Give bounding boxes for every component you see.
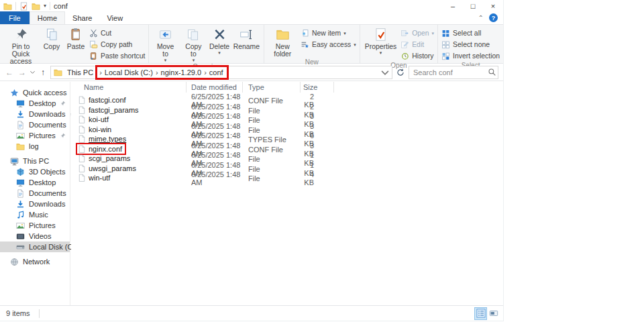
file-name[interactable]: mime.types bbox=[89, 135, 126, 143]
this-pc-icon bbox=[10, 157, 19, 166]
sidebar-item-documents[interactable]: Documents bbox=[0, 119, 70, 130]
file-icon bbox=[78, 96, 85, 104]
search-icon[interactable] bbox=[488, 68, 496, 76]
address-bar: ← → ↑ This PC›Local Disk (C:)›nginx-1.29… bbox=[0, 64, 503, 81]
sidebar-item-pictures[interactable]: Pictures bbox=[0, 220, 70, 231]
search-box bbox=[409, 66, 498, 79]
tab-file[interactable]: File bbox=[0, 11, 30, 24]
invert-selection-icon bbox=[441, 52, 450, 60]
open-button[interactable]: Open▾ bbox=[399, 28, 435, 38]
sidebar-item-downloads[interactable]: Downloads bbox=[0, 109, 70, 119]
breadcrumb-segment[interactable]: This PC bbox=[65, 68, 95, 76]
paste-button[interactable]: Paste bbox=[64, 25, 88, 50]
history-button[interactable]: History bbox=[399, 51, 435, 61]
copy-to-button[interactable]: Copy to▾ bbox=[180, 25, 207, 62]
qat-properties-icon[interactable] bbox=[19, 2, 28, 11]
cut-icon bbox=[89, 29, 98, 38]
paste-icon bbox=[69, 28, 83, 42]
file-name[interactable]: fastcgi_params bbox=[89, 106, 139, 114]
copy-button[interactable]: Copy bbox=[40, 25, 64, 50]
select-all-button[interactable]: Select all bbox=[440, 28, 501, 38]
up-button[interactable]: ↑ bbox=[38, 68, 48, 77]
sidebar-item-desktop[interactable]: Desktop bbox=[0, 98, 70, 109]
column-headers: Name Date modified Type Size bbox=[71, 82, 503, 93]
tab-share[interactable]: Share bbox=[65, 11, 99, 24]
sidebar-item-documents[interactable]: Documents bbox=[0, 188, 70, 199]
copy-path-button[interactable]: Copy path bbox=[88, 40, 146, 50]
back-button[interactable]: ← bbox=[4, 68, 15, 77]
sidebar-item-downloads[interactable]: Downloads bbox=[0, 199, 70, 209]
breadcrumb-segment[interactable]: conf bbox=[207, 68, 225, 76]
minimize-button[interactable]: – bbox=[443, 0, 463, 12]
file-icon bbox=[78, 106, 85, 114]
select-none-icon bbox=[441, 40, 450, 49]
sidebar-item-pictures[interactable]: Pictures bbox=[0, 130, 70, 141]
file-name[interactable]: koi-win bbox=[89, 125, 111, 133]
file-name[interactable]: koi-utf bbox=[89, 115, 109, 123]
copy-icon bbox=[45, 28, 59, 42]
collapse-ribbon-icon[interactable]: ⌃ bbox=[478, 14, 484, 21]
file-name-cell: mime.types bbox=[78, 135, 128, 143]
sidebar-item-music[interactable]: Music bbox=[0, 209, 70, 220]
help-icon[interactable]: ? bbox=[489, 13, 498, 22]
paste-shortcut-button[interactable]: Paste shortcut bbox=[88, 51, 146, 61]
address-box[interactable]: This PC›Local Disk (C:)›nginx-1.29.0›con… bbox=[50, 66, 392, 79]
delete-button[interactable]: Delete▾ bbox=[207, 25, 231, 55]
new-item-button[interactable]: New item▾ bbox=[299, 28, 358, 38]
qat-new-folder-icon[interactable] bbox=[32, 2, 40, 11]
file-name[interactable]: win-utf bbox=[89, 174, 110, 182]
maximize-button[interactable]: □ bbox=[463, 0, 483, 12]
pictures-icon bbox=[16, 131, 25, 140]
column-header-type[interactable]: Type bbox=[243, 82, 301, 93]
column-header-date-modified[interactable]: Date modified bbox=[186, 82, 243, 93]
sidebar-item-this-pc[interactable]: This PC bbox=[0, 156, 70, 166]
details-view-button[interactable] bbox=[475, 308, 486, 319]
sidebar-item-desktop[interactable]: Desktop bbox=[0, 177, 70, 188]
pictures-icon bbox=[16, 221, 25, 230]
file-type: CONF File bbox=[243, 146, 301, 154]
edit-button[interactable]: Edit bbox=[399, 40, 435, 50]
properties-button[interactable]: Properties▾ bbox=[362, 25, 399, 55]
refresh-button[interactable] bbox=[394, 66, 407, 78]
cut-button[interactable]: Cut bbox=[88, 28, 146, 38]
recent-locations-icon[interactable] bbox=[30, 69, 36, 75]
pinned-icon bbox=[60, 133, 66, 139]
move-to-button[interactable]: Move to▾ bbox=[151, 25, 179, 62]
file-type: File bbox=[243, 107, 301, 115]
qat-customize-arrow-icon[interactable]: ▾ bbox=[44, 3, 46, 9]
new-folder-button[interactable]: New folder bbox=[266, 25, 299, 58]
sidebar-item-videos[interactable]: Videos bbox=[0, 231, 70, 241]
thumbnails-view-button[interactable] bbox=[488, 308, 499, 319]
file-name-cell: koi-win bbox=[78, 125, 113, 133]
file-name[interactable]: nginx.conf bbox=[89, 145, 122, 153]
quick-access-star-icon bbox=[10, 89, 19, 97]
breadcrumb-segment[interactable]: Local Disk (C:) bbox=[103, 68, 155, 76]
tab-view[interactable]: View bbox=[99, 11, 130, 24]
documents-icon bbox=[16, 189, 25, 198]
column-header-name[interactable]: Name bbox=[71, 82, 186, 93]
sidebar-item-quick-access[interactable]: Quick access bbox=[0, 87, 70, 98]
file-name[interactable]: fastcgi.conf bbox=[89, 96, 126, 104]
file-row[interactable]: fastcgi.conf6/25/2025 1:48 AMCONF File2 … bbox=[71, 93, 503, 103]
address-dropdown-icon[interactable] bbox=[380, 68, 390, 76]
column-header-size[interactable]: Size bbox=[301, 82, 334, 93]
sidebar-item-log[interactable]: log bbox=[0, 141, 70, 152]
forward-button[interactable]: → bbox=[17, 68, 28, 77]
rename-button[interactable]: Rename bbox=[231, 25, 262, 50]
sidebar-item-3d-objects[interactable]: 3D Objects bbox=[0, 166, 70, 177]
invert-selection-button[interactable]: Invert selection bbox=[440, 51, 501, 61]
easy-access-button[interactable]: Easy access▾ bbox=[299, 40, 358, 50]
breadcrumb-segment[interactable]: nginx-1.29.0 bbox=[159, 68, 204, 76]
file-name[interactable]: uwsgi_params bbox=[89, 164, 136, 172]
sidebar-item-network[interactable]: Network bbox=[0, 256, 70, 267]
select-none-button[interactable]: Select none bbox=[440, 40, 501, 50]
tab-home[interactable]: Home bbox=[30, 11, 65, 24]
ribbon-group-organize: Move to▾ Copy to▾ Delete▾ Rename Organiz… bbox=[149, 25, 264, 63]
file-name[interactable]: scgi_params bbox=[89, 154, 130, 162]
divider bbox=[50, 2, 50, 10]
search-input[interactable] bbox=[413, 68, 488, 76]
pin-to-quick-access-button[interactable]: Pin to Quick access bbox=[2, 25, 40, 65]
sidebar-item-local-disk-c-[interactable]: Local Disk (C:) bbox=[0, 241, 70, 252]
close-button[interactable]: × bbox=[483, 0, 503, 12]
file-type: File bbox=[243, 155, 301, 163]
